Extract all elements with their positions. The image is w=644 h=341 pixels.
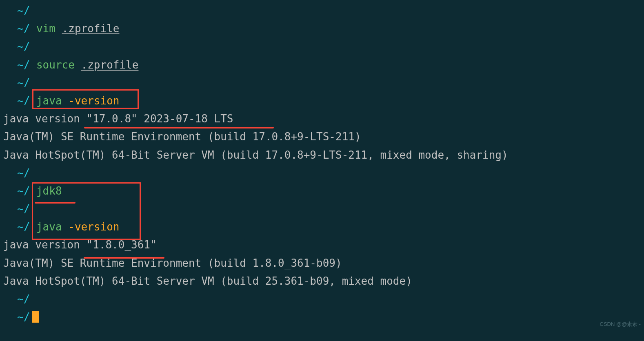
prompt-path: ~/: [17, 182, 30, 200]
command-source: source: [30, 56, 75, 74]
prompt-path: ~/: [17, 308, 30, 326]
command-arg: .zprofile: [75, 56, 139, 74]
command-java: java: [30, 218, 62, 236]
cursor-block: [32, 311, 39, 323]
terminal-content: ~/ ~/ vim .zprofile ~/ ~/ source .zprofi…: [3, 2, 641, 326]
prompt-line-3[interactable]: ~/: [3, 74, 641, 92]
command-line-vim[interactable]: ~/ vim .zprofile: [3, 20, 641, 38]
command-line-source[interactable]: ~/ source .zprofile: [3, 56, 641, 74]
command-flag: -version: [62, 218, 120, 236]
prompt-line-5[interactable]: ~/: [3, 200, 641, 218]
annotation-underline-3: [84, 257, 164, 259]
prompt-path: ~/: [17, 74, 30, 92]
prompt-path: ~/: [17, 200, 30, 218]
prompt-line-4[interactable]: ~/: [3, 164, 641, 182]
command-arg: .zprofile: [56, 20, 120, 38]
prompt-path: ~/: [17, 56, 30, 74]
prompt-line-1[interactable]: ~/: [3, 2, 641, 20]
output-java17-hotspot: Java HotSpot(TM) 64-Bit Server VM (build…: [3, 146, 641, 164]
output-java8-version: java version "1.8.0_361": [3, 236, 641, 254]
command-jdk8: jdk8: [30, 182, 62, 200]
prompt-line-2[interactable]: ~/: [3, 38, 641, 55]
command-line-java-version-2[interactable]: ~/ java -version: [3, 218, 641, 236]
annotation-underline-2: [35, 202, 76, 204]
output-java17-runtime: Java(TM) SE Runtime Environment (build 1…: [3, 128, 641, 146]
watermark-text: CSDN @@素素~: [600, 320, 641, 329]
annotation-underline-1: [84, 127, 274, 128]
command-line-java-version-1[interactable]: ~/ java -version: [3, 92, 641, 110]
command-java: java: [30, 92, 62, 110]
prompt-path: ~/: [17, 164, 30, 182]
command-flag: -version: [62, 92, 120, 110]
prompt-line-cursor[interactable]: ~/: [3, 308, 641, 326]
output-java8-hotspot: Java HotSpot(TM) 64-Bit Server VM (build…: [3, 272, 641, 290]
prompt-line-6[interactable]: ~/: [3, 290, 641, 308]
prompt-path: ~/: [17, 20, 30, 38]
prompt-path: ~/: [17, 290, 30, 308]
command-vim: vim: [30, 20, 56, 38]
output-java17-version: java version "17.0.8" 2023-07-18 LTS: [3, 110, 641, 128]
command-line-jdk8[interactable]: ~/ jdk8: [3, 182, 641, 200]
prompt-path: ~/: [17, 92, 30, 110]
prompt-path: ~/: [17, 38, 30, 55]
prompt-path: ~/: [17, 218, 30, 236]
prompt-path: ~/: [17, 2, 30, 20]
